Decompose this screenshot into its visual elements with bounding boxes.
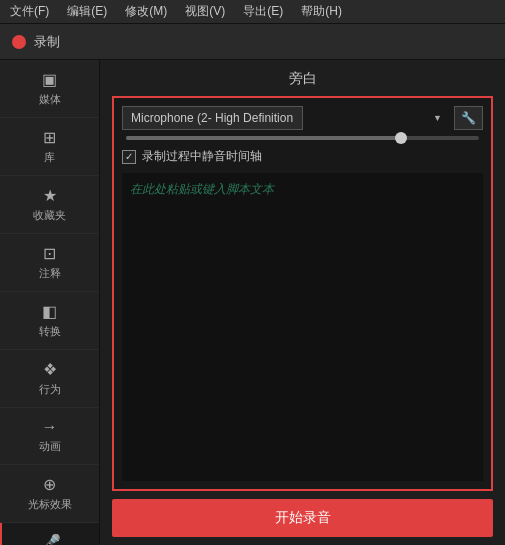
sidebar-item-media-label: 媒体 xyxy=(39,92,61,107)
menu-modify[interactable]: 修改(M) xyxy=(121,1,171,22)
settings-wrench-icon: 🔧 xyxy=(461,111,476,125)
sidebar-item-animations[interactable]: → 动画 xyxy=(0,408,99,465)
media-icon: ▣ xyxy=(42,70,57,89)
sidebar-item-favorites-label: 收藏夹 xyxy=(33,208,66,223)
sidebar-item-annotations[interactable]: ⊡ 注释 xyxy=(0,234,99,292)
sidebar-item-narration[interactable]: 🎤 旁白 xyxy=(0,523,99,545)
volume-slider-thumb[interactable] xyxy=(395,132,407,144)
sidebar-item-animations-label: 动画 xyxy=(39,439,61,454)
checkbox-checkmark: ✓ xyxy=(125,151,133,162)
favorites-icon: ★ xyxy=(43,186,57,205)
microphone-select[interactable]: Microphone (2- High Definition xyxy=(122,106,303,130)
start-recording-button[interactable]: 开始录音 xyxy=(112,499,493,537)
content-title: 旁白 xyxy=(100,60,505,96)
menubar: 文件(F) 编辑(E) 修改(M) 视图(V) 导出(E) 帮助(H) xyxy=(0,0,505,24)
sidebar-item-behaviors[interactable]: ❖ 行为 xyxy=(0,350,99,408)
mute-checkbox-row[interactable]: ✓ 录制过程中静音时间轴 xyxy=(122,146,483,167)
menu-export[interactable]: 导出(E) xyxy=(239,1,287,22)
sidebar-item-behaviors-label: 行为 xyxy=(39,382,61,397)
volume-slider-fill xyxy=(126,136,401,140)
menu-edit[interactable]: 编辑(E) xyxy=(63,1,111,22)
menu-help[interactable]: 帮助(H) xyxy=(297,1,346,22)
toolbar: 录制 xyxy=(0,24,505,60)
sidebar-item-library[interactable]: ⊞ 库 xyxy=(0,118,99,176)
transitions-icon: ◧ xyxy=(42,302,57,321)
sidebar-item-cursor-label: 光标效果 xyxy=(28,497,72,512)
toolbar-record-label: 录制 xyxy=(34,33,60,51)
behaviors-icon: ❖ xyxy=(43,360,57,379)
volume-slider-track[interactable] xyxy=(126,136,479,140)
menu-file[interactable]: 文件(F) xyxy=(6,1,53,22)
bottom-bar: 开始录音 xyxy=(100,491,505,545)
sidebar-item-favorites[interactable]: ★ 收藏夹 xyxy=(0,176,99,234)
library-icon: ⊞ xyxy=(43,128,56,147)
sidebar: ▣ 媒体 ⊞ 库 ★ 收藏夹 ⊡ 注释 ◧ 转换 ❖ 行为 → 动画 ⊕ 光标效 xyxy=(0,60,100,545)
microphone-settings-button[interactable]: 🔧 xyxy=(454,106,483,130)
record-indicator xyxy=(12,35,26,49)
sidebar-item-annotations-label: 注释 xyxy=(39,266,61,281)
volume-slider-row[interactable] xyxy=(122,136,483,140)
animations-icon: → xyxy=(42,418,58,436)
mute-checkbox-label: 录制过程中静音时间轴 xyxy=(142,148,262,165)
script-textarea[interactable] xyxy=(122,173,483,481)
narration-panel: Microphone (2- High Definition 🔧 ✓ xyxy=(112,96,493,491)
microphone-row: Microphone (2- High Definition 🔧 xyxy=(122,106,483,130)
sidebar-item-cursor[interactable]: ⊕ 光标效果 xyxy=(0,465,99,523)
content-area: 旁白 Microphone (2- High Definition 🔧 xyxy=(100,60,505,545)
sidebar-item-library-label: 库 xyxy=(44,150,55,165)
sidebar-item-media[interactable]: ▣ 媒体 xyxy=(0,60,99,118)
mute-checkbox[interactable]: ✓ xyxy=(122,150,136,164)
sidebar-item-transitions-label: 转换 xyxy=(39,324,61,339)
menu-view[interactable]: 视图(V) xyxy=(181,1,229,22)
narration-icon: 🎤 xyxy=(41,533,61,545)
microphone-dropdown-wrapper[interactable]: Microphone (2- High Definition xyxy=(122,106,448,130)
annotations-icon: ⊡ xyxy=(43,244,56,263)
sidebar-item-transitions[interactable]: ◧ 转换 xyxy=(0,292,99,350)
cursor-icon: ⊕ xyxy=(43,475,56,494)
main-layout: ▣ 媒体 ⊞ 库 ★ 收藏夹 ⊡ 注释 ◧ 转换 ❖ 行为 → 动画 ⊕ 光标效 xyxy=(0,60,505,545)
